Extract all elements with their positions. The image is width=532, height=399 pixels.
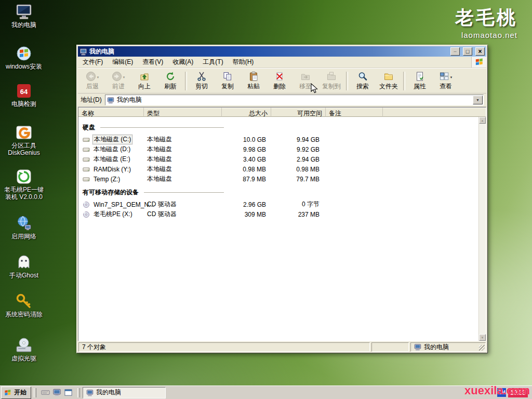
drive-row[interactable]: 本地磁盘 (D:) 本地磁盘 9.98 GB 9.92 GB bbox=[78, 144, 479, 154]
vertical-scrollbar[interactable] bbox=[478, 117, 486, 341]
brand-site-text: laomaotao.net bbox=[455, 31, 517, 39]
drive-row[interactable]: 老毛桃PE (X:) CD 驱动器 309 MB 237 MB bbox=[78, 209, 479, 219]
desktop-icon-diskgenius[interactable]: 分区工具 DiskGenius bbox=[2, 124, 46, 157]
cd-icon bbox=[83, 211, 90, 218]
quick-launch-1[interactable] bbox=[41, 388, 50, 397]
windows-install-icon bbox=[15, 45, 33, 62]
toolbar-button-forward[interactable]: 前进 bbox=[105, 70, 131, 92]
desktop-icon-label: 我的电脑 bbox=[11, 22, 36, 29]
drive-type: 本地磁盘 bbox=[144, 155, 222, 164]
drive-total-size: 10.0 GB bbox=[222, 136, 271, 143]
desktop-icon-manual-ghost[interactable]: 手动Ghost bbox=[2, 254, 46, 280]
desktop-icon-windows-install[interactable]: windows安装 bbox=[2, 45, 46, 71]
column-header-empty[interactable] bbox=[383, 108, 486, 117]
drive-name: 老毛桃PE (X:) bbox=[92, 210, 134, 219]
drive-row[interactable]: RAMDisk (Y:) 本地磁盘 0.98 MB 0.98 MB bbox=[78, 164, 479, 174]
drive-name: Temp (Z:) bbox=[92, 176, 121, 183]
toolbar-button-paste[interactable]: 粘贴 bbox=[241, 70, 267, 92]
drive-row[interactable]: Win7_SP1_OEM_N... CD 驱动器 2.96 GB 0 字节 bbox=[78, 200, 479, 209]
copy-to-icon bbox=[326, 71, 337, 82]
desktop-icon-label: 手动Ghost bbox=[9, 272, 38, 280]
desktop-icon-label: 分区工具 DiskGenius bbox=[8, 142, 39, 157]
status-object-count: 7 个对象 bbox=[78, 342, 370, 352]
watermark: xuexila.com bbox=[464, 384, 530, 397]
drive-free-space: 9.92 GB bbox=[271, 146, 326, 153]
desktop-icon-pe-onekey-install[interactable]: 老毛桃PE一键 装机 V2.0.0.0 bbox=[2, 168, 46, 201]
toolbar-button-label: 粘贴 bbox=[247, 82, 260, 91]
toolbar-button-cut[interactable]: 剪切 bbox=[189, 70, 215, 92]
desktop-icon-label: windows安装 bbox=[6, 63, 42, 71]
menu-item[interactable]: 帮助(H) bbox=[228, 57, 259, 68]
drive-name: 本地磁盘 (E:) bbox=[92, 155, 131, 164]
address-combobox[interactable]: 我的电脑 bbox=[105, 95, 484, 105]
window-titlebar[interactable]: 我的电脑 bbox=[78, 46, 486, 57]
group-header: 有可移动存储的设备 bbox=[83, 188, 224, 197]
toolbar-button-properties[interactable]: 属性 bbox=[407, 70, 433, 92]
desktop-icon-label: 虚拟光驱 bbox=[11, 355, 36, 363]
toolbar-button-up[interactable]: 向上 bbox=[131, 70, 157, 92]
toolbar-button-label: 刷新 bbox=[164, 82, 177, 91]
menu-items: 文件(F)编辑(E)查看(V)收藏(A)工具(T)帮助(H) bbox=[78, 57, 258, 68]
resize-grip[interactable] bbox=[479, 345, 485, 351]
toolbar-button-back[interactable]: 后退 bbox=[79, 70, 105, 92]
toolbar-button-folders[interactable]: 文件夹 bbox=[376, 70, 402, 92]
column-header[interactable]: 名称 bbox=[78, 108, 144, 117]
desktop-icon-virtual-cd[interactable]: 虚拟光驱 bbox=[2, 337, 46, 363]
drive-row[interactable]: Temp (Z:) 本地磁盘 87.9 MB 79.7 MB bbox=[78, 174, 479, 184]
quick-launch-handle bbox=[34, 388, 36, 397]
toolbar-button-copy-to[interactable]: 复制到 bbox=[318, 70, 344, 92]
drive-row[interactable]: 本地磁盘 (E:) 本地磁盘 3.40 GB 2.94 GB bbox=[78, 154, 479, 164]
toolbar-button-copy[interactable]: 复制 bbox=[215, 70, 241, 92]
desktop-icon-pc-check-64[interactable]: 64 电脑检测 bbox=[2, 82, 46, 108]
quick-launch-3[interactable] bbox=[64, 388, 73, 397]
column-header[interactable]: 可用空间 bbox=[271, 108, 326, 117]
taskbar-task-my-computer[interactable]: 我的电脑 bbox=[83, 387, 166, 398]
drive-row[interactable]: 本地磁盘 (C:) 本地磁盘 10.0 GB 9.94 GB bbox=[78, 135, 479, 144]
toolbar-button-search[interactable]: 搜索 bbox=[350, 70, 376, 92]
toolbar-button-label: 前进 bbox=[112, 82, 125, 91]
my-computer-icon bbox=[15, 3, 33, 21]
scroll-down-button[interactable] bbox=[479, 334, 486, 341]
drive-total-size: 9.98 GB bbox=[222, 146, 271, 153]
toolbar-button-refresh[interactable]: 刷新 bbox=[157, 70, 183, 92]
quick-launch-2[interactable] bbox=[52, 388, 61, 397]
desktop-icon-label: 启用网络 bbox=[11, 233, 36, 241]
folders-icon bbox=[383, 71, 394, 82]
column-header[interactable]: 类型 bbox=[144, 108, 222, 117]
drive-total-size: 0.98 MB bbox=[222, 166, 271, 173]
drive-name: RAMDisk (Y:) bbox=[92, 166, 132, 173]
desktop-icon-enable-network[interactable]: 启用网络 bbox=[2, 215, 46, 241]
toolbar-button-label: 属性 bbox=[414, 82, 426, 91]
menu-item[interactable]: 文件(F) bbox=[78, 57, 108, 68]
addressbar: 地址(D) 我的电脑 bbox=[78, 94, 486, 107]
address-dropdown-button[interactable] bbox=[473, 96, 483, 104]
enable-network-icon bbox=[15, 215, 33, 232]
desktop-icon-my-computer[interactable]: 我的电脑 bbox=[2, 3, 46, 29]
start-button[interactable]: 开始 bbox=[1, 387, 31, 399]
drive-name: 本地磁盘 (D:) bbox=[92, 145, 131, 154]
menu-item[interactable]: 查看(V) bbox=[138, 57, 168, 68]
copy-icon bbox=[222, 71, 233, 82]
toolbar-button-views[interactable]: 查看 bbox=[433, 70, 459, 92]
toolbar-button-label: 剪切 bbox=[195, 82, 208, 91]
menu-item[interactable]: 编辑(E) bbox=[108, 57, 138, 68]
computer-icon bbox=[86, 389, 94, 396]
menu-item[interactable]: 工具(T) bbox=[198, 57, 228, 68]
minimize-button[interactable] bbox=[450, 47, 460, 56]
toolbar-button-move-to[interactable]: 移至 bbox=[292, 70, 318, 92]
column-header[interactable]: 总大小 bbox=[222, 108, 271, 117]
scroll-up-button[interactable] bbox=[479, 117, 486, 124]
drive-type: 本地磁盘 bbox=[144, 165, 222, 174]
task-label: 我的电脑 bbox=[96, 388, 121, 397]
pc-check-64-icon: 64 bbox=[15, 82, 33, 100]
menu-item[interactable]: 收藏(A) bbox=[168, 57, 198, 68]
maximize-button[interactable] bbox=[463, 47, 472, 56]
column-header[interactable]: 备注 bbox=[326, 108, 383, 117]
desktop-icon-password-clear[interactable]: 系统密码清除 bbox=[2, 292, 46, 318]
search-icon bbox=[357, 71, 368, 82]
toolbar-button-delete[interactable]: 删除 bbox=[267, 70, 292, 92]
close-button[interactable] bbox=[475, 47, 485, 56]
forward-icon bbox=[112, 71, 122, 82]
status-pane-middle bbox=[371, 342, 409, 352]
drive-free-space: 0.98 MB bbox=[271, 166, 326, 173]
